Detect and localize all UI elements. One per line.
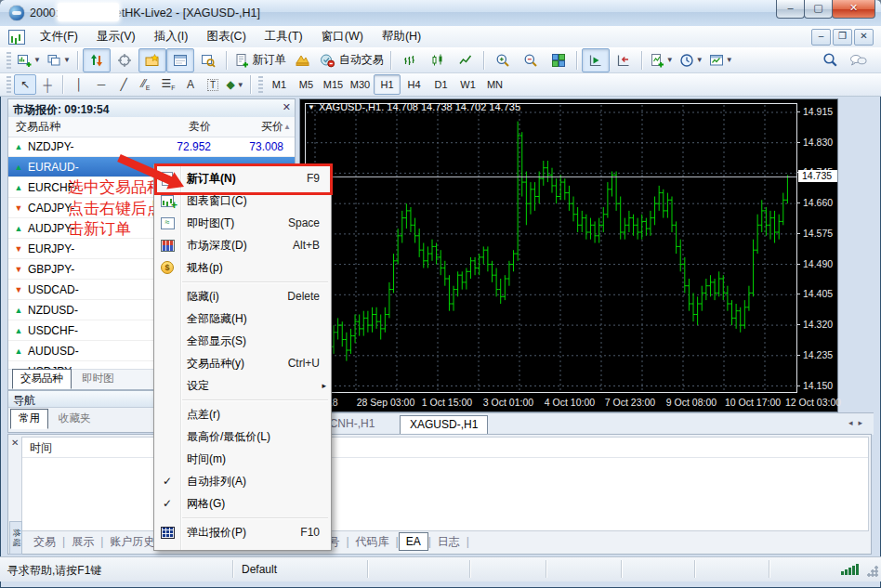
new-chart-button[interactable]: ▼	[14, 48, 44, 72]
chart-shift-button[interactable]	[610, 48, 638, 72]
channel-tool-button[interactable]: ⁄⁄E	[135, 74, 157, 95]
navigator-tab[interactable]: 收藏夹	[50, 409, 99, 429]
bar-chart-mode-button[interactable]	[396, 48, 424, 72]
crosshair-tool-button[interactable]: ┼	[36, 74, 59, 95]
terminal-tab-交易[interactable]: 交易	[27, 532, 62, 552]
context-menu-item-15[interactable]: 时间(m)	[154, 448, 331, 470]
time-scale[interactable]: 201828 Sep 03:001 Oct 15:003 Oct 01:004 …	[305, 395, 797, 412]
context-menu-item-13[interactable]: 点差(r)	[154, 403, 331, 425]
terminal-tab-日志[interactable]: 日志	[431, 532, 467, 552]
terminal-tab-展示[interactable]: 展示	[65, 532, 100, 552]
column-ask[interactable]: 买价	[211, 119, 295, 135]
metaeditor-button[interactable]	[289, 48, 317, 72]
text-tool-button[interactable]: A	[179, 74, 202, 95]
chat-button[interactable]	[844, 48, 872, 72]
menu-item-5[interactable]: 工具(T)	[256, 26, 312, 47]
horizontal-line-tool-button[interactable]: ─	[90, 74, 112, 95]
chart-plot-area[interactable]	[305, 103, 797, 393]
chart-title[interactable]: ▼ XAGUSD-,H1. 14.708 14.738 14.702 14.73…	[308, 101, 520, 112]
close-icon[interactable]: ✕	[11, 438, 19, 448]
child-restore-button[interactable]: ❐	[833, 29, 852, 46]
menu-item-6[interactable]: 窗口(W)	[312, 26, 373, 47]
strategy-tester-button[interactable]	[194, 48, 222, 72]
chart-tab-xagusd[interactable]: XAGUSD-,H1	[400, 415, 488, 435]
new-order-button[interactable]: 新订单	[231, 48, 289, 72]
resize-grip[interactable]	[866, 565, 878, 577]
tile-windows-button[interactable]	[545, 48, 572, 72]
column-symbol[interactable]: 交易品种	[8, 119, 144, 135]
fibonacci-tool-button[interactable]: ☰F	[157, 74, 179, 95]
timeframe-mn[interactable]: MN	[481, 74, 508, 95]
context-menu-item-14[interactable]: 最高价/最低价(L)	[154, 425, 331, 448]
vertical-line-tool-button[interactable]: │	[68, 74, 90, 95]
close-icon[interactable]: ✕	[283, 101, 291, 113]
templates-button[interactable]: ▼	[706, 48, 736, 72]
price-scale[interactable]: 14.91514.83014.74514.66014.57514.49014.4…	[800, 99, 837, 412]
periods-button[interactable]: ▼	[677, 48, 706, 72]
context-menu-item-8[interactable]: 全部隐藏(H)	[154, 307, 331, 330]
context-menu-item-17[interactable]: ✓网格(G)	[154, 492, 331, 515]
child-close-button[interactable]: ✕	[854, 29, 874, 46]
autotrading-button[interactable]: 自动交易	[317, 48, 387, 72]
terminal-tab-代码库[interactable]: 代码库	[349, 532, 396, 552]
time-column-header[interactable]: 时间	[30, 440, 52, 456]
zoom-out-button[interactable]	[517, 48, 545, 72]
context-menu-item-10[interactable]: 交易品种(y)Ctrl+U	[154, 352, 331, 374]
timeframe-d1[interactable]: D1	[427, 74, 454, 95]
chart-window-icon[interactable]	[8, 30, 25, 45]
timeframe-m30[interactable]: M30	[347, 74, 374, 95]
menu-item-2[interactable]: 显示(V)	[87, 26, 145, 47]
candlestick-mode-button[interactable]	[424, 48, 452, 72]
timeframe-m1[interactable]: M1	[266, 74, 293, 95]
auto-scroll-button[interactable]	[582, 48, 610, 72]
context-menu-item-19[interactable]: 弹出报价(P)F10	[154, 521, 331, 543]
terminal-tab-账户历史[interactable]: 账户历史	[103, 532, 161, 552]
context-menu-item-3[interactable]: ≈即时图(T)Space	[154, 212, 331, 234]
toolbar-grip[interactable]	[7, 52, 11, 69]
timeframe-h4[interactable]: H4	[401, 74, 427, 95]
context-menu-item-9[interactable]: 全部显示(S)	[154, 330, 331, 352]
text-label-tool-button[interactable]: T	[202, 74, 224, 95]
menu-item-7[interactable]: 帮助(H)	[373, 26, 430, 47]
close-button[interactable]: ✕	[832, 0, 875, 19]
menu-item-1[interactable]: 文件(F)	[31, 26, 87, 47]
context-menu-item-11[interactable]: 设定▸	[154, 374, 331, 397]
navigator-tab[interactable]: 常用	[10, 409, 48, 429]
search-button[interactable]	[816, 48, 844, 72]
market-watch-tab[interactable]: 即时图	[73, 369, 123, 389]
context-menu-item-4[interactable]: 市场深度(D)Alt+B	[154, 234, 331, 256]
terminal-tab-EA[interactable]: EA	[399, 532, 428, 551]
arrows-tool-button[interactable]: ◆▼	[224, 74, 246, 95]
sort-arrow-icon[interactable]: ▲	[283, 123, 291, 131]
profiles-button[interactable]: ▼	[44, 48, 73, 72]
timeframe-w1[interactable]: W1	[454, 74, 481, 95]
terminal-toggle-button[interactable]	[166, 48, 194, 72]
context-menu-item-16[interactable]: ✓自动排列(A)	[154, 470, 331, 492]
context-menu-item-5[interactable]: $规格(p)	[154, 256, 331, 279]
column-bid[interactable]: 卖价	[144, 119, 211, 135]
context-menu-item-7[interactable]: 隐藏(i)Delete	[154, 285, 331, 307]
chart-window[interactable]: ▼ XAGUSD-,H1. 14.708 14.738 14.702 14.73…	[299, 98, 838, 412]
market-watch-tab[interactable]: 交易品种	[12, 369, 72, 389]
cursor-tool-button[interactable]: ↖	[14, 74, 36, 95]
market-watch-toggle-button[interactable]	[83, 48, 111, 72]
navigator-toggle-button[interactable]	[138, 48, 166, 72]
tab-scroll-arrows[interactable]: ◂▸	[848, 418, 868, 427]
indicators-button[interactable]: ▼	[647, 48, 677, 72]
toolbar-grip[interactable]	[7, 76, 11, 93]
data-window-button[interactable]	[111, 48, 138, 72]
timeframe-h1[interactable]: H1	[374, 74, 401, 95]
line-chart-mode-button[interactable]	[452, 48, 480, 72]
market-watch-column-headers[interactable]: 交易品种 卖价 买价	[8, 117, 295, 137]
restore-button[interactable]: ▢	[804, 0, 833, 19]
trendline-tool-button[interactable]: ╱	[112, 74, 135, 95]
child-minimize-button[interactable]: –	[811, 29, 831, 46]
zoom-in-button[interactable]	[489, 48, 517, 72]
timeframe-m5[interactable]: M5	[293, 74, 320, 95]
menu-item-4[interactable]: 图表(C)	[197, 26, 255, 47]
menu-item-3[interactable]: 插入(I)	[145, 26, 198, 47]
toolbar-grip[interactable]	[258, 76, 263, 93]
minimize-button[interactable]: –	[776, 0, 805, 19]
status-profile[interactable]: Default	[242, 563, 277, 576]
timeframe-m15[interactable]: M15	[320, 74, 347, 95]
